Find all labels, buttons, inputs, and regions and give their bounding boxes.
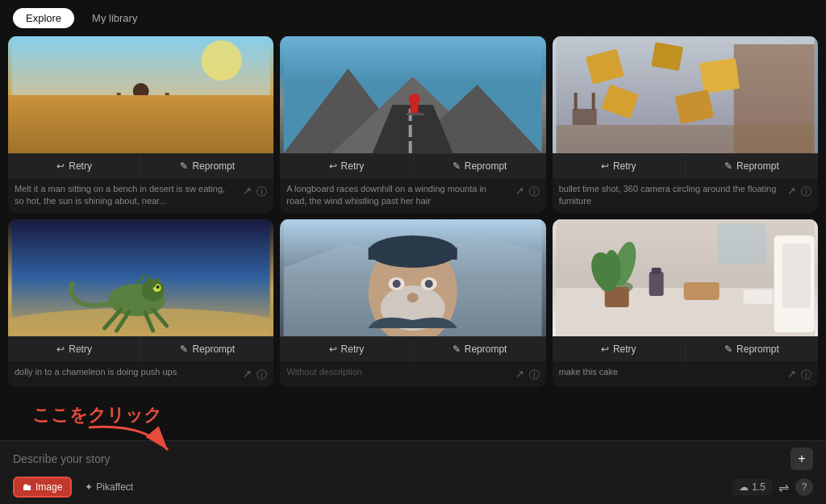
card-5-desc-icons: ↗ ⓘ bbox=[515, 368, 540, 382]
card-2-info-icon[interactable]: ⓘ bbox=[529, 185, 540, 199]
card-1-description: Melt it a man sitting on a bench in dese… bbox=[15, 183, 236, 208]
bottom-bar: + 🖿 Image ✦ Pikaffect ☁ 1.5 ⇌ ? bbox=[0, 440, 826, 504]
card-4-actions: ↩ Retry ✎ Reprompt bbox=[8, 336, 273, 361]
card-2-thumbnail[interactable]: Pika 1.5 ⊡ bbox=[280, 36, 545, 153]
right-tools: ☁ 1.5 ⇌ ? bbox=[732, 478, 813, 496]
card-4-retry-btn[interactable]: ↩ Retry bbox=[8, 337, 141, 361]
svg-rect-44 bbox=[369, 248, 457, 260]
card-1-share-icon[interactable]: ↗ bbox=[243, 185, 252, 199]
card-3-desc: bullet time shot, 360 camera circling ar… bbox=[553, 178, 818, 213]
card-1-reprompt-btn[interactable]: ✎ Reprompt bbox=[141, 154, 273, 178]
retry-icon-4: ↩ bbox=[56, 344, 65, 355]
card-6-description: make this cake bbox=[559, 366, 781, 378]
card-3-retry-btn[interactable]: ↩ Retry bbox=[553, 154, 686, 178]
card-5-share-icon[interactable]: ↗ bbox=[515, 368, 524, 382]
svg-rect-15 bbox=[409, 141, 412, 153]
svg-point-33 bbox=[142, 279, 165, 302]
card-4-desc: dolly in to a chameleon is doing push up… bbox=[8, 361, 273, 387]
svg-point-49 bbox=[425, 280, 433, 288]
svg-point-47 bbox=[393, 280, 401, 288]
help-button[interactable]: ? bbox=[795, 478, 813, 496]
card-1-info-icon[interactable]: ⓘ bbox=[257, 185, 267, 199]
card-6-info-icon[interactable]: ⓘ bbox=[801, 368, 811, 382]
card-1-retry-btn[interactable]: ↩ Retry bbox=[8, 154, 141, 178]
svg-rect-3 bbox=[117, 105, 165, 110]
card-2-retry-btn[interactable]: ↩ Retry bbox=[280, 154, 413, 178]
card-6-reprompt-btn[interactable]: ✎ Reprompt bbox=[686, 337, 818, 361]
card-6-retry-btn[interactable]: ↩ Retry bbox=[553, 337, 686, 361]
card-2-share-icon[interactable]: ↗ bbox=[515, 185, 524, 199]
reprompt-icon-2: ✎ bbox=[453, 160, 461, 172]
svg-rect-29 bbox=[591, 93, 594, 110]
video-grid: Pika 1.5 ⊡ bbox=[0, 36, 826, 395]
card-1-thumbnail[interactable]: Pika 1.5 ⊡ bbox=[8, 36, 273, 153]
retry-icon-3: ↩ bbox=[601, 160, 609, 172]
svg-point-50 bbox=[407, 293, 419, 302]
card-4-description: dolly in to a chameleon is doing push up… bbox=[15, 366, 236, 378]
top-nav: Explore My library bbox=[0, 0, 826, 36]
card-6-desc: make this cake ↗ ⓘ bbox=[553, 361, 818, 387]
svg-rect-2 bbox=[12, 101, 270, 153]
pikaffect-icon: ✦ bbox=[85, 481, 93, 493]
card-6-actions: ↩ Retry ✎ Reprompt bbox=[553, 336, 818, 361]
card-2-desc: A longboard races downhill on a winding … bbox=[280, 178, 545, 213]
retry-icon-6: ↩ bbox=[601, 344, 609, 355]
image-icon: 🖿 bbox=[23, 481, 32, 493]
svg-point-16 bbox=[409, 94, 420, 105]
reprompt-icon-3: ✎ bbox=[724, 160, 732, 172]
image-button[interactable]: 🖿 Image bbox=[13, 477, 72, 498]
card-4-thumbnail[interactable]: Pika 1.5 ⊡ bbox=[8, 219, 273, 336]
svg-rect-18 bbox=[407, 113, 424, 115]
card-3-info-icon[interactable]: ⓘ bbox=[801, 185, 811, 199]
svg-rect-4 bbox=[165, 93, 169, 110]
pikaffect-button[interactable]: ✦ Pikaffect bbox=[77, 478, 141, 496]
card-5-desc: Without description ↗ ⓘ bbox=[280, 361, 545, 387]
my-library-tab[interactable]: My library bbox=[79, 8, 150, 28]
card-3-thumbnail[interactable]: Pika 1.5 ⊡ ⊞ ≡ bbox=[553, 36, 818, 153]
retry-icon: ↩ bbox=[56, 160, 65, 172]
card-2: Pika 1.5 ⊡ bbox=[280, 36, 545, 213]
retry-icon-2: ↩ bbox=[329, 160, 337, 172]
card-5-retry-btn[interactable]: ↩ Retry bbox=[280, 337, 413, 361]
svg-rect-22 bbox=[651, 42, 683, 71]
card-3-actions: ↩ Retry ✎ Reprompt bbox=[553, 153, 818, 178]
svg-rect-61 bbox=[683, 282, 719, 300]
card-6-thumbnail[interactable]: Pika 1.5 ⊡ bbox=[553, 219, 818, 336]
card-1-desc-icons: ↗ ⓘ bbox=[243, 185, 267, 199]
svg-point-35 bbox=[156, 285, 160, 289]
reprompt-icon-4: ✎ bbox=[180, 344, 188, 355]
annotation-text: ここをクリック bbox=[32, 403, 162, 427]
reprompt-icon-5: ✎ bbox=[453, 344, 461, 355]
svg-rect-65 bbox=[782, 244, 810, 308]
card-2-description: A longboard races downhill on a winding … bbox=[286, 183, 508, 208]
svg-rect-27 bbox=[572, 109, 596, 125]
input-row: + bbox=[13, 448, 813, 470]
card-6: Pika 1.5 ⊡ bbox=[553, 219, 818, 387]
card-5-info-icon[interactable]: ⓘ bbox=[529, 368, 540, 382]
card-3-reprompt-btn[interactable]: ✎ Reprompt bbox=[686, 154, 818, 178]
explore-tab[interactable]: Explore bbox=[13, 8, 74, 28]
version-badge[interactable]: ☁ 1.5 bbox=[732, 479, 772, 495]
card-5-thumbnail[interactable]: Pika 1.5 ⊡ bbox=[280, 219, 545, 336]
svg-rect-63 bbox=[743, 289, 772, 304]
svg-rect-14 bbox=[409, 125, 412, 137]
card-3-description: bullet time shot, 360 camera circling ar… bbox=[559, 183, 781, 208]
card-3: Pika 1.5 ⊡ ⊞ ≡ bbox=[553, 36, 818, 213]
card-4-info-icon[interactable]: ⓘ bbox=[257, 368, 267, 382]
toolbar-row: 🖿 Image ✦ Pikaffect ☁ 1.5 ⇌ ? bbox=[13, 477, 813, 498]
card-2-desc-icons: ↗ ⓘ bbox=[515, 185, 540, 199]
card-5-reprompt-btn[interactable]: ✎ Reprompt bbox=[414, 337, 546, 361]
svg-rect-28 bbox=[574, 93, 577, 110]
card-4-share-icon[interactable]: ↗ bbox=[243, 368, 252, 382]
card-4-reprompt-btn[interactable]: ✎ Reprompt bbox=[141, 337, 273, 361]
card-3-share-icon[interactable]: ↗ bbox=[787, 185, 796, 199]
add-button[interactable]: + bbox=[791, 448, 813, 470]
card-2-reprompt-btn[interactable]: ✎ Reprompt bbox=[414, 154, 546, 178]
card-1-desc: Melt it a man sitting on a bench in dese… bbox=[8, 178, 273, 213]
svg-rect-17 bbox=[411, 104, 419, 114]
card-3-desc-icons: ↗ ⓘ bbox=[787, 185, 811, 199]
story-input[interactable] bbox=[13, 452, 784, 465]
card-1: Pika 1.5 ⊡ bbox=[8, 36, 273, 213]
settings-icon[interactable]: ⇌ bbox=[778, 480, 789, 495]
card-6-share-icon[interactable]: ↗ bbox=[787, 368, 796, 382]
